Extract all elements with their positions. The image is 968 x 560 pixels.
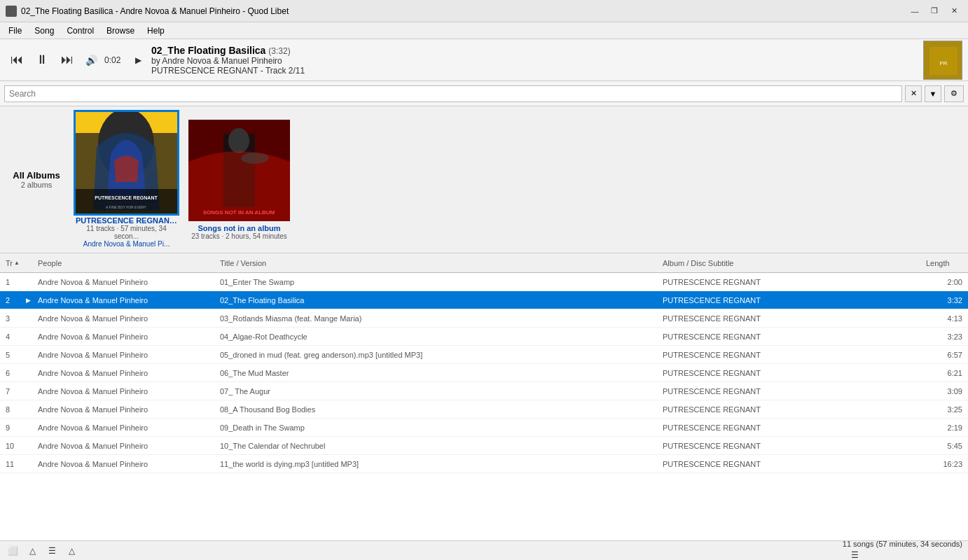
track-album-cell: PUTRESCENCE REGNANT	[660, 442, 926, 450]
next-button[interactable]: ⏭	[56, 49, 78, 71]
svg-point-14	[241, 153, 269, 164]
album-card-0[interactable]: PUTRESCENCE REGNANT A FINE BOY FOR EVERY…	[76, 112, 177, 248]
track-album-cell: PUTRESCENCE REGNANT	[660, 460, 926, 468]
menu-help[interactable]: Help	[141, 24, 170, 37]
volume-section: 🔊	[85, 55, 97, 66]
svg-rect-7	[76, 189, 177, 214]
track-list-header: Tr ▲ People Title / Version Album / Disc…	[0, 253, 968, 273]
status-icon-1[interactable]: ⬜	[6, 544, 20, 558]
track-people: Andre Novoa & Manuel Pinheiro	[35, 387, 217, 396]
track-row[interactable]: 2 ▶ Andre Novoa & Manuel Pinheiro 02_The…	[0, 291, 968, 309]
track-num: 8	[0, 405, 21, 414]
album-card-1-info: Songs not in an album 23 tracks · 2 hour…	[188, 224, 290, 240]
track-row[interactable]: 9 Andre Novoa & Manuel Pinheiro 09_Death…	[0, 419, 968, 437]
track-people: Andre Novoa & Manuel Pinheiro	[35, 442, 217, 450]
track-title-cell: 11_the world is dying.mp3 [untitled MP3]	[217, 460, 660, 468]
track-num: 7	[0, 387, 21, 396]
album-gallery: All Albums 2 albums	[0, 106, 968, 253]
status-icon-2[interactable]: △	[25, 544, 39, 558]
track-length: 6:21	[926, 369, 968, 377]
status-left: ⬜ △ ☰ △	[6, 544, 78, 558]
close-button[interactable]: ✕	[946, 4, 962, 19]
maximize-button[interactable]: ❐	[926, 4, 943, 19]
track-length: 3:23	[926, 332, 968, 341]
track-title-cell: 06_The Mud Master	[217, 369, 660, 377]
track-album: PUTRESCENCE REGNANT - Track 2/11	[151, 66, 916, 76]
track-num: 3	[0, 314, 21, 323]
track-album-cell: PUTRESCENCE REGNANT	[660, 405, 926, 414]
track-num: 10	[0, 442, 21, 450]
track-row[interactable]: 5 Andre Novoa & Manuel Pinheiro 05_drone…	[0, 346, 968, 364]
header-album[interactable]: Album / Disc Subtitle	[660, 259, 926, 267]
header-length[interactable]: Length	[926, 259, 968, 267]
svg-text:PUTRESCENCE REGNANT: PUTRESCENCE REGNANT	[95, 195, 158, 200]
track-row[interactable]: 11 Andre Novoa & Manuel Pinheiro 11_the …	[0, 455, 968, 473]
track-length: 5:45	[926, 442, 968, 450]
main-content: All Albums 2 albums	[0, 106, 968, 540]
track-people: Andre Novoa & Manuel Pinheiro	[35, 314, 217, 323]
track-title-cell: 02_The Floating Basilica	[217, 296, 660, 304]
track-row[interactable]: 7 Andre Novoa & Manuel Pinheiro 07_ The …	[0, 382, 968, 400]
album-0-name: PUTRESCENCE REGNANT...	[76, 216, 177, 225]
header-num[interactable]: Tr ▲	[0, 259, 21, 267]
track-num: 2	[0, 296, 21, 304]
track-people: Andre Novoa & Manuel Pinheiro	[35, 460, 217, 468]
title-bar-controls: — ❐ ✕	[906, 4, 962, 19]
track-info: 02_The Floating Basilica (3:32) by Andre…	[151, 45, 916, 76]
track-length: 3:25	[926, 405, 968, 414]
track-num: 1	[0, 278, 21, 286]
header-people[interactable]: People	[35, 259, 217, 267]
pause-button[interactable]: ⏸	[31, 49, 53, 71]
menu-song[interactable]: Song	[29, 24, 60, 37]
track-title-cell: 01_Enter The Swamp	[217, 278, 660, 286]
track-row[interactable]: 4 Andre Novoa & Manuel Pinheiro 04_Algae…	[0, 328, 968, 346]
track-album-cell: PUTRESCENCE REGNANT	[660, 314, 926, 323]
all-albums-label[interactable]: All Albums 2 albums	[8, 170, 64, 189]
track-album-cell: PUTRESCENCE REGNANT	[660, 387, 926, 396]
track-row[interactable]: 1 Andre Novoa & Manuel Pinheiro 01_Enter…	[0, 273, 968, 291]
sort-icon: ▲	[14, 260, 20, 266]
title-bar: 02_The Floating Basilica - Andre Novoa &…	[0, 0, 968, 22]
status-icon-4[interactable]: △	[64, 544, 78, 558]
status-list-icon[interactable]: ☰	[848, 548, 862, 561]
track-people: Andre Novoa & Manuel Pinheiro	[35, 332, 217, 341]
album-1-name: Songs not in an album	[188, 224, 290, 232]
track-row[interactable]: 10 Andre Novoa & Manuel Pinheiro 10_The …	[0, 437, 968, 455]
minimize-button[interactable]: —	[906, 4, 923, 19]
clear-search-button[interactable]: ✕	[905, 85, 922, 102]
search-bar: ✕ ▼ ⚙	[0, 81, 968, 106]
album-card-1[interactable]: SONGS NOT IN AN ALBUM Songs not in an al…	[188, 120, 290, 240]
album-0-tracks: 11 tracks · 57 minutes, 34 secon...	[76, 225, 177, 240]
all-albums-title: All Albums	[8, 170, 64, 181]
skip-forward-icon[interactable]: ▶	[132, 54, 144, 66]
track-length: 6:57	[926, 351, 968, 359]
search-settings-button[interactable]: ⚙	[944, 85, 964, 102]
menu-file[interactable]: File	[3, 24, 27, 37]
search-input[interactable]	[4, 85, 902, 102]
track-title-cell: 04_Algae-Rot Deathcycle	[217, 332, 660, 341]
track-album-cell: PUTRESCENCE REGNANT	[660, 278, 926, 286]
search-dropdown-button[interactable]: ▼	[925, 85, 941, 102]
menu-browse[interactable]: Browse	[101, 24, 140, 37]
track-row[interactable]: 6 Andre Novoa & Manuel Pinheiro 06_The M…	[0, 364, 968, 382]
header-title[interactable]: Title / Version	[217, 259, 660, 267]
album-card-0-info: PUTRESCENCE REGNANT... 11 tracks · 57 mi…	[76, 216, 177, 248]
track-row[interactable]: 8 Andre Novoa & Manuel Pinheiro 08_A Tho…	[0, 400, 968, 419]
track-length: 16:23	[926, 460, 968, 468]
status-icon-queue[interactable]: ☰	[45, 544, 59, 558]
track-row[interactable]: 3 Andre Novoa & Manuel Pinheiro 03_Rotla…	[0, 309, 968, 328]
menu-control[interactable]: Control	[61, 24, 99, 37]
track-title-cell: 03_Rotlands Miasma (feat. Mange Maria)	[217, 314, 660, 323]
prev-button[interactable]: ⏮	[6, 49, 28, 71]
track-list-wrap: Tr ▲ People Title / Version Album / Disc…	[0, 253, 968, 540]
volume-icon[interactable]: 🔊	[85, 55, 97, 66]
all-albums-count: 2 albums	[8, 181, 64, 189]
album-1-tracks: 23 tracks · 2 hours, 54 minutes	[188, 232, 290, 240]
play-indicator: ▶	[21, 297, 35, 304]
svg-text:PR: PR	[939, 60, 947, 66]
status-bar: ⬜ △ ☰ △ 11 songs (57 minutes, 34 seconds…	[0, 540, 968, 560]
track-album-cell: PUTRESCENCE REGNANT	[660, 332, 926, 341]
track-num: 4	[0, 332, 21, 341]
track-people: Andre Novoa & Manuel Pinheiro	[35, 278, 217, 286]
album-cover-1: SONGS NOT IN AN ALBUM	[188, 120, 290, 221]
